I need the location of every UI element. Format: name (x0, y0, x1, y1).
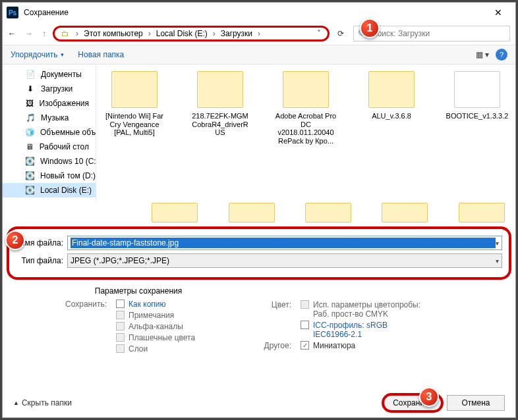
nav-row: ← → ↑ 🗀 › Этот компьютер › Local Disk (E… (3, 22, 515, 45)
sidebar-item[interactable]: 💽Windows 10 (C:) (3, 154, 96, 169)
sidebar-item-label: Рабочий стол (40, 142, 89, 151)
filetype-select[interactable]: JPEG (*.JPG;*.JPEG;*.JPE) ▾ (67, 253, 502, 268)
breadcrumb-part[interactable]: Загрузки (221, 29, 252, 38)
callout-2: 2 (5, 230, 25, 250)
breadcrumb-part[interactable]: Local Disk (E:) (156, 29, 208, 38)
help-icon[interactable]: ? (496, 49, 507, 61)
filetype-value: JPEG (*.JPG;*.JPEG;*.JPE) (71, 256, 496, 265)
sidebar-item-icon: 🧊 (25, 128, 35, 137)
breadcrumb[interactable]: 🗀 › Этот компьютер › Local Disk (E:) › З… (53, 26, 330, 41)
sidebar-item[interactable]: 📄Документы (3, 67, 96, 82)
fields-area: Имя файла: Final-date-stamp-faststone.jp… (7, 226, 511, 280)
folder-icon[interactable] (459, 203, 505, 223)
forward-button[interactable]: → (25, 29, 33, 38)
refresh-button[interactable]: ⟳ (337, 29, 344, 38)
sidebar-item-icon: 🖼 (25, 99, 34, 108)
file-item[interactable]: [Nintendo Wii] Far Cry Vengeance [PAL, M… (101, 71, 167, 137)
chevron-down-icon[interactable]: ˅ (317, 29, 321, 38)
icc-label: ICC-профиль: sRGB IEC61966-2.1 (313, 321, 425, 339)
thumbnail-label: Миниатюра (313, 341, 355, 350)
color-proof-checkbox (301, 300, 309, 309)
sidebar-item-icon: 🎵 (25, 113, 36, 122)
sidebar-item[interactable]: 🖼Изображения (3, 96, 96, 111)
files-peek-row (3, 203, 515, 225)
alpha-checkbox (116, 322, 125, 330)
sidebar-item[interactable]: 💽Новый том (D:) (3, 169, 96, 183)
folder-icon (368, 71, 415, 108)
filetype-row: Тип файла: JPEG (*.JPG;*.JPEG;*.JPE) ▾ (16, 253, 502, 269)
file-label: BOOTICE_v1.3.3.2 (444, 112, 510, 120)
sidebar-item[interactable]: 💽Local Disk (E:) (3, 183, 96, 197)
layers-label: Слои (129, 344, 148, 354)
sidebar-item-icon: ⬇ (25, 84, 36, 93)
file-label: [Nintendo Wii] Far Cry Vengeance [PAL, M… (101, 112, 167, 137)
organize-button[interactable]: Упорядочить (11, 50, 57, 59)
hide-folders-label: Скрыть папки (22, 398, 72, 407)
body: 📄Документы⬇Загрузки🖼Изображения🎵Музыка🧊О… (3, 65, 515, 203)
other-label: Другое: (264, 341, 297, 350)
sidebar-item-icon: 💽 (25, 157, 35, 166)
color-label: Цвет: (264, 300, 297, 309)
files-pane[interactable]: [Nintendo Wii] Far Cry Vengeance [PAL, M… (96, 65, 515, 203)
folder-icon[interactable] (152, 203, 198, 223)
options-title: Параметры сохранения (13, 286, 264, 296)
alpha-label: Альфа-каналы (129, 322, 183, 331)
toolbar: Упорядочить▼ Новая папка ▦ ▾ ? (3, 45, 515, 65)
nav-arrows: ← → ↑ (8, 29, 46, 38)
notes-checkbox (116, 311, 125, 319)
folder-icon (111, 71, 158, 108)
sidebar-item-icon: 💽 (25, 186, 35, 195)
folder-icon[interactable] (229, 203, 275, 223)
view-button[interactable]: ▦ ▾ (476, 50, 489, 59)
filename-value: Final-date-stamp-faststone.jpg (71, 238, 496, 248)
new-folder-button[interactable]: Новая папка (78, 50, 124, 59)
file-item[interactable]: Adobe Acrobat Pro DC v2018.011.20040 ReP… (273, 71, 339, 145)
filename-row: Имя файла: Final-date-stamp-faststone.jp… (16, 235, 502, 251)
sidebar-item-icon: 💽 (25, 171, 35, 180)
sidebar-item-label: Объемные объекты (40, 128, 96, 137)
up-button[interactable]: ↑ (42, 29, 46, 38)
sidebar-item-label: Музыка (41, 113, 69, 122)
folder-icon: 🗀 (61, 29, 69, 38)
sidebar-item[interactable]: 🎵Музыка (3, 111, 96, 125)
save-options: Параметры сохранения Сохранить: Как копи… (3, 281, 515, 358)
thumbnail-checkbox[interactable]: ✓ (301, 341, 309, 350)
spot-label: Плашечные цвета (129, 333, 195, 342)
search-placeholder: Поиск: Загрузки (372, 29, 430, 38)
save-dialog: Ps Сохранение ✕ ← → ↑ 🗀 › Этот компьютер… (2, 2, 516, 418)
cancel-button[interactable]: Отмена (447, 395, 505, 411)
sidebar-item-label: Local Disk (E:) (40, 186, 92, 195)
photoshop-icon: Ps (7, 7, 18, 18)
spot-checkbox (116, 333, 125, 342)
window-title: Сохранение (24, 8, 69, 17)
sidebar-item-label: Windows 10 (C:) (40, 157, 96, 166)
file-label: ALU_v.3.6.8 (359, 112, 424, 120)
folder-icon[interactable] (305, 203, 351, 223)
caret-up-icon: ▲ (13, 400, 19, 406)
file-item[interactable]: ALU_v.3.6.8 (359, 71, 424, 120)
folder-icon (454, 71, 500, 108)
sidebar-item-icon: 📄 (25, 70, 36, 79)
save-as-label: Сохранить: (13, 300, 112, 309)
chevron-down-icon[interactable]: ▾ (496, 257, 499, 265)
titlebar: Ps Сохранение ✕ (3, 3, 515, 22)
sidebar-item[interactable]: ⬇Загрузки (3, 82, 96, 96)
icc-checkbox[interactable] (301, 321, 309, 329)
as-copy-label: Как копию (129, 300, 166, 309)
breadcrumb-part[interactable]: Этот компьютер (84, 29, 143, 38)
file-item[interactable]: BOOTICE_v1.3.3.2 (444, 71, 510, 120)
hide-folders-button[interactable]: ▲ Скрыть папки (13, 398, 72, 407)
chevron-down-icon[interactable]: ▾ (496, 240, 499, 247)
layers-checkbox (116, 344, 125, 353)
sidebar-item-label: Новый том (D:) (40, 171, 96, 180)
filename-input[interactable]: Final-date-stamp-faststone.jpg ▾ (67, 236, 502, 250)
close-button[interactable]: ✕ (485, 7, 511, 18)
sidebar-item[interactable]: 🖥Рабочий стол (3, 140, 96, 154)
file-item[interactable]: 218.7E2FK-MGM CobraR4_driverR US (187, 71, 253, 137)
sidebar-item-icon: 🖥 (25, 142, 34, 151)
sidebar-item-label: Загрузки (41, 84, 72, 93)
as-copy-checkbox[interactable] (116, 300, 125, 308)
folder-icon[interactable] (382, 203, 428, 223)
sidebar-item[interactable]: 🧊Объемные объекты (3, 125, 96, 140)
back-button[interactable]: ← (8, 29, 16, 38)
